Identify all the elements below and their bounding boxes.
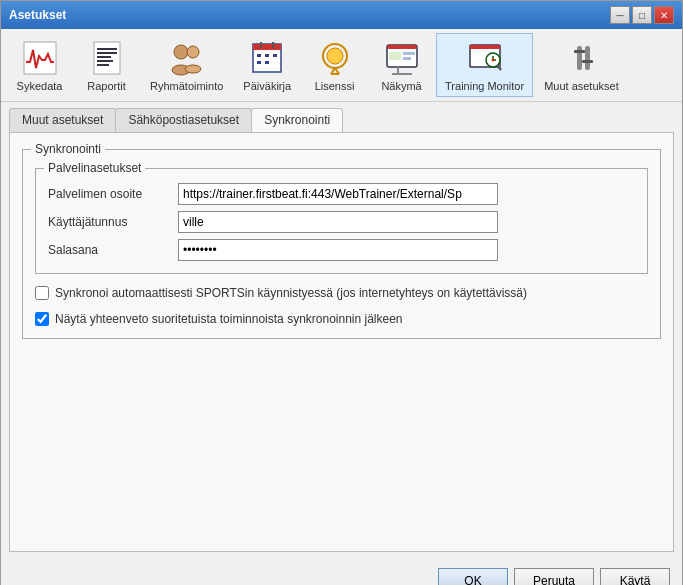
server-row: Palvelimen osoite (48, 183, 635, 205)
auto-sync-checkbox[interactable] (35, 286, 49, 300)
svg-rect-41 (574, 50, 585, 53)
svg-rect-6 (97, 64, 109, 66)
svg-point-21 (327, 48, 343, 64)
summary-row: Näytä yhteenveto suoritetuista toiminnoi… (35, 312, 648, 326)
lisenssi-icon (315, 38, 355, 78)
server-settings-title: Palvelinasetukset (44, 161, 145, 175)
ryhmatoiminto-icon (167, 38, 207, 78)
sync-group-title: Synkronointi (31, 142, 105, 156)
muut-asetukset-label: Muut asetukset (544, 80, 619, 92)
summary-checkbox[interactable] (35, 312, 49, 326)
close-button[interactable]: ✕ (654, 6, 674, 24)
svg-point-37 (491, 59, 494, 62)
tab-synkronointi[interactable]: Synkronointi (251, 108, 343, 132)
tab-muut-asetukset[interactable]: Muut asetukset (9, 108, 116, 132)
svg-point-9 (187, 46, 199, 58)
svg-rect-27 (389, 52, 401, 60)
password-input[interactable] (178, 239, 498, 261)
auto-sync-label[interactable]: Synkronoi automaattisesti SPORTSin käynn… (55, 286, 527, 300)
minimize-button[interactable]: ─ (610, 6, 630, 24)
lisenssi-label: Lisenssi (315, 80, 355, 92)
svg-rect-2 (97, 48, 117, 50)
muut-asetukset-icon (561, 38, 601, 78)
summary-label[interactable]: Näytä yhteenveto suoritetuista toiminnoi… (55, 312, 403, 326)
sykedata-label: Sykedata (17, 80, 63, 92)
svg-rect-15 (257, 54, 261, 57)
apply-button[interactable]: Käytä (600, 568, 670, 585)
svg-rect-5 (97, 60, 113, 62)
server-label: Palvelimen osoite (48, 187, 178, 201)
svg-rect-18 (257, 61, 261, 64)
training-monitor-label: Training Monitor (445, 80, 524, 92)
toolbar-sykedata[interactable]: Sykedata (7, 33, 72, 97)
paivakirja-icon (247, 38, 287, 78)
main-window: Asetukset ─ □ ✕ Sykedata (0, 0, 683, 585)
svg-rect-42 (582, 60, 593, 63)
content-area: Synkronointi Palvelinasetukset Palvelime… (9, 132, 674, 552)
user-row: Käyttäjätunnus (48, 211, 635, 233)
toolbar-ryhmatoiminto[interactable]: Ryhmätoiminto (141, 33, 232, 97)
svg-rect-12 (253, 44, 281, 50)
auto-sync-row: Synkronoi automaattisesti SPORTSin käynn… (35, 286, 648, 300)
raportit-icon (87, 38, 127, 78)
svg-rect-39 (577, 46, 582, 70)
ok-button[interactable]: OK (438, 568, 508, 585)
svg-rect-3 (97, 52, 117, 54)
toolbar: Sykedata Raportit (1, 29, 682, 102)
sykedata-icon (20, 38, 60, 78)
toolbar-nakymä[interactable]: Näkymä (369, 33, 434, 97)
toolbar-raportit[interactable]: Raportit (74, 33, 139, 97)
svg-rect-4 (97, 56, 111, 58)
user-label: Käyttäjätunnus (48, 215, 178, 229)
title-bar-controls: ─ □ ✕ (610, 6, 674, 24)
password-label: Salasana (48, 243, 178, 257)
svg-rect-17 (273, 54, 277, 57)
svg-rect-28 (403, 52, 415, 55)
svg-rect-26 (387, 45, 417, 49)
toolbar-paivakirja[interactable]: Päiväkirja (234, 33, 300, 97)
svg-rect-19 (265, 61, 269, 64)
maximize-button[interactable]: □ (632, 6, 652, 24)
raportit-label: Raportit (87, 80, 126, 92)
button-bar: OK Peruuta Käytä (1, 560, 682, 585)
toolbar-training-monitor[interactable]: Training Monitor (436, 33, 533, 97)
ryhmatoiminto-label: Ryhmätoiminto (150, 80, 223, 92)
nakymä-icon (382, 38, 422, 78)
svg-rect-33 (470, 45, 500, 49)
window-title: Asetukset (9, 8, 66, 22)
paivakirja-label: Päiväkirja (243, 80, 291, 92)
sync-group: Synkronointi Palvelinasetukset Palvelime… (22, 149, 661, 339)
toolbar-lisenssi[interactable]: Lisenssi (302, 33, 367, 97)
training-monitor-icon (465, 38, 505, 78)
svg-rect-16 (265, 54, 269, 57)
server-settings-group: Palvelinasetukset Palvelimen osoite Käyt… (35, 168, 648, 274)
tab-bar: Muut asetukset Sähköpostiasetukset Synkr… (1, 102, 682, 132)
svg-rect-29 (403, 57, 411, 60)
toolbar-muut-asetukset[interactable]: Muut asetukset (535, 33, 628, 97)
server-input[interactable] (178, 183, 498, 205)
svg-point-7 (174, 45, 188, 59)
title-bar: Asetukset ─ □ ✕ (1, 1, 682, 29)
user-input[interactable] (178, 211, 498, 233)
svg-point-10 (185, 65, 201, 73)
svg-rect-40 (585, 46, 590, 70)
tab-sahkopostiasetukset[interactable]: Sähköpostiasetukset (115, 108, 252, 132)
password-row: Salasana (48, 239, 635, 261)
cancel-button[interactable]: Peruuta (514, 568, 594, 585)
nakymä-label: Näkymä (381, 80, 421, 92)
